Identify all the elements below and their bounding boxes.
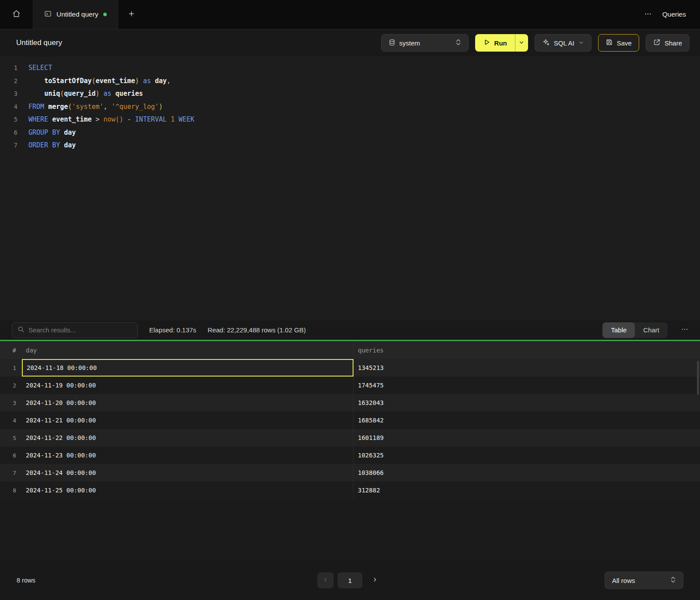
chevron-right-icon <box>371 577 378 584</box>
elapsed-stat: Elapsed: 0.137s <box>149 326 196 334</box>
day-cell[interactable]: 2024-11-19 00:00:00 <box>22 377 354 394</box>
pagination: 1 <box>318 572 383 589</box>
row-index-cell: 8 <box>0 481 22 499</box>
query-tab[interactable]: Untitled query <box>33 0 118 29</box>
run-button-group: Run <box>475 34 528 52</box>
table-view-button[interactable]: Table <box>602 322 635 338</box>
day-cell[interactable]: 2024-11-24 00:00:00 <box>22 464 354 481</box>
queries-cell[interactable]: 1345213 <box>354 359 700 377</box>
sql-ai-button[interactable]: SQL AI <box>535 34 592 52</box>
home-icon <box>12 10 21 19</box>
database-icon <box>388 39 396 47</box>
line-number: 7 <box>0 139 23 152</box>
next-page-button[interactable] <box>367 572 383 589</box>
code-line[interactable]: 5WHERE event_time > now() - INTERVAL 1 W… <box>0 113 700 126</box>
code-text: SELECT <box>23 62 52 75</box>
unsaved-indicator <box>103 13 107 16</box>
query-title: Untitled query <box>16 38 62 47</box>
tab-overflow-button[interactable] <box>642 8 654 21</box>
read-stat: Read: 22,229,488 rows (1.02 GB) <box>208 326 306 334</box>
queries-cell[interactable]: 1038066 <box>354 464 700 481</box>
row-index-cell: 3 <box>0 394 22 412</box>
table-header-row: # day queries <box>0 341 700 359</box>
queries-cell[interactable]: 1745475 <box>354 377 700 394</box>
column-header-index[interactable]: # <box>0 341 22 359</box>
tabbar-spacer <box>145 0 642 29</box>
save-button-label: Save <box>617 39 632 47</box>
day-cell[interactable]: 2024-11-25 00:00:00 <box>22 481 354 499</box>
home-button[interactable] <box>0 0 33 29</box>
run-button[interactable]: Run <box>475 34 515 52</box>
day-cell[interactable]: 2024-11-20 00:00:00 <box>22 394 354 412</box>
save-button[interactable]: Save <box>598 34 639 52</box>
table-row[interactable]: 72024-11-24 00:00:001038066 <box>0 464 700 481</box>
day-cell[interactable]: 2024-11-18 00:00:00 <box>22 359 354 377</box>
line-number: 5 <box>0 113 23 126</box>
queries-cell[interactable]: 1601189 <box>354 429 700 447</box>
ellipsis-icon <box>681 325 689 335</box>
table-scrollbar[interactable] <box>697 361 699 395</box>
sql-console-app: Untitled query Queries Untitled query sy… <box>0 0 700 600</box>
rows-per-page-value: All rows <box>612 577 635 584</box>
code-text: ORDER BY day <box>23 139 76 152</box>
code-line[interactable]: 4FROM merge('system', '^query_log') <box>0 101 700 114</box>
page-number-button[interactable]: 1 <box>338 572 363 589</box>
tab-bar: Untitled query Queries <box>0 0 700 29</box>
share-button[interactable]: Share <box>646 34 690 52</box>
table-row[interactable]: 32024-11-20 00:00:001632043 <box>0 394 700 412</box>
day-cell[interactable]: 2024-11-22 00:00:00 <box>22 429 354 447</box>
queries-button[interactable]: Queries <box>662 10 686 18</box>
chevron-left-icon <box>322 577 329 584</box>
queries-cell[interactable]: 1026325 <box>354 447 700 464</box>
tabbar-right: Queries <box>642 0 700 29</box>
code-line[interactable]: 3 uniq(query_id) as queries <box>0 87 700 101</box>
day-cell[interactable]: 2024-11-21 00:00:00 <box>22 412 354 429</box>
search-results-input[interactable] <box>28 326 132 334</box>
database-selector[interactable]: system <box>381 34 469 52</box>
search-results-box[interactable] <box>12 322 138 338</box>
row-index-cell: 5 <box>0 429 22 447</box>
prev-page-button[interactable] <box>318 572 334 589</box>
column-header-day[interactable]: day <box>22 341 354 359</box>
results-table-body: 12024-11-18 00:00:00134521322024-11-19 0… <box>0 359 700 499</box>
queries-cell[interactable]: 1685842 <box>354 412 700 429</box>
table-row[interactable]: 12024-11-18 00:00:001345213 <box>0 359 700 377</box>
code-line[interactable]: 6GROUP BY day <box>0 126 700 140</box>
table-row[interactable]: 22024-11-19 00:00:001745475 <box>0 377 700 394</box>
code-line[interactable]: 2 toStartOfDay(event_time) as day, <box>0 75 700 88</box>
line-number: 2 <box>0 75 23 88</box>
line-number: 4 <box>0 101 23 114</box>
queries-cell[interactable]: 312882 <box>354 481 700 499</box>
code-text: WHERE event_time > now() - INTERVAL 1 WE… <box>23 113 194 126</box>
line-number: 3 <box>0 87 23 101</box>
code-text: toStartOfDay(event_time) as day, <box>23 75 171 88</box>
sql-editor[interactable]: 1SELECT2 toStartOfDay(event_time) as day… <box>0 56 700 320</box>
row-index-cell: 2 <box>0 377 22 394</box>
code-line[interactable]: 1SELECT <box>0 62 700 75</box>
row-index-cell: 6 <box>0 447 22 464</box>
table-row[interactable]: 42024-11-21 00:00:001685842 <box>0 412 700 429</box>
queries-cell[interactable]: 1632043 <box>354 394 700 412</box>
day-cell[interactable]: 2024-11-23 00:00:00 <box>22 447 354 464</box>
results-footer: 8 rows 1 All rows <box>0 561 700 600</box>
code-text: uniq(query_id) as queries <box>23 87 143 101</box>
play-icon <box>483 38 490 47</box>
console-icon <box>44 10 52 19</box>
save-icon <box>606 38 613 47</box>
table-row[interactable]: 52024-11-22 00:00:001601189 <box>0 429 700 447</box>
code-lines: 1SELECT2 toStartOfDay(event_time) as day… <box>0 62 700 152</box>
run-options-button[interactable] <box>515 34 528 52</box>
column-header-queries[interactable]: queries <box>354 341 700 359</box>
share-button-label: Share <box>665 39 682 47</box>
code-line[interactable]: 7ORDER BY day <box>0 139 700 152</box>
table-row[interactable]: 82024-11-25 00:00:00312882 <box>0 481 700 499</box>
rows-per-page-selector[interactable]: All rows <box>605 572 683 589</box>
new-tab-button[interactable] <box>118 0 145 29</box>
database-selector-value: system <box>399 39 420 47</box>
sparkle-icon <box>542 38 550 48</box>
results-overflow-button[interactable] <box>679 324 690 336</box>
table-row[interactable]: 62024-11-23 00:00:001026325 <box>0 447 700 464</box>
line-number: 1 <box>0 62 23 75</box>
chart-view-button[interactable]: Chart <box>635 322 668 338</box>
results-table: # day queries 12024-11-18 00:00:00134521… <box>0 341 700 561</box>
